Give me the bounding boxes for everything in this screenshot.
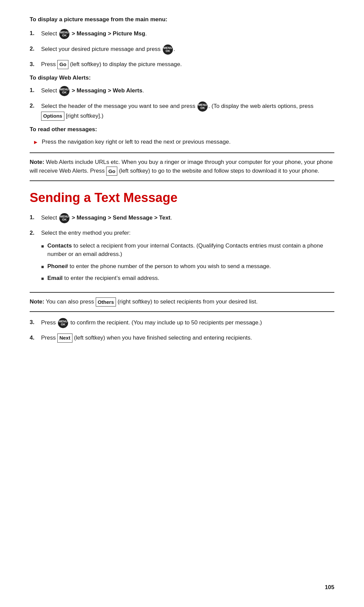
bullet-content: Press the navigation key right or left t… [42,138,334,146]
triangle-bullet-icon: ► [33,138,38,146]
page-number: 105 [325,584,334,591]
web-alerts-steps-list: 1. Select MENUOK > Messaging > Web Alert… [30,86,334,121]
step-content: Press Next (left softkey) when you have … [41,334,334,343]
display-picture-intro: To display a picture message from the ma… [30,16,334,23]
others-key: Others [96,297,116,307]
picture-step-2: 2. Select your desired picture message a… [30,45,334,55]
send-text-steps-cont-list: 3. Press MENUOK to confirm the recipient… [30,318,334,343]
step-content: Select MENUOK > Messaging > Send Message… [41,213,334,223]
step-number: 2. [30,229,38,237]
step-content: Press Go (left softkey) to display the p… [41,60,334,69]
step-content: Select MENUOK > Messaging > Web Alerts. [41,86,334,96]
menu-ok-icon: MENUOK [163,45,173,55]
note-box-2: Note: You can also press Others (right s… [30,292,334,312]
read-other-bullets: ► Press the navigation key right or left… [33,138,334,146]
bullet-content: Contacts to select a recipient from your… [47,241,334,259]
section-title-sending-text: Sending a Text Message [30,191,334,205]
picture-steps-list: 1. Select MENUOK > Messaging > Picture M… [30,29,334,69]
note-label: Note: [30,159,44,165]
send-text-step-1: 1. Select MENUOK > Messaging > Send Mess… [30,213,334,223]
menu-ok-icon: MENUOK [198,102,208,112]
web-alerts-step-2: 2. Select the header of the message you … [30,102,334,121]
step-content: Select the entry method you prefer: ■ Co… [41,229,334,286]
step-number: 2. [30,45,38,53]
entry-method-contacts: ■ Contacts to select a recipient from yo… [41,241,334,259]
web-alerts-step-1: 1. Select MENUOK > Messaging > Web Alert… [30,86,334,96]
note-box-1: Note: Web Alerts include URLs etc. When … [30,152,334,181]
step-content: Select the header of the message you wan… [41,102,334,121]
read-other-subhead: To read other messages: [30,126,334,133]
square-bullet-icon: ■ [41,275,44,282]
note-content: You can also press Others (right softkey… [46,298,258,305]
square-bullet-icon: ■ [41,243,44,250]
step-number: 3. [30,318,38,327]
options-key: Options [41,112,64,121]
menu-ok-icon: MENUOK [59,29,69,39]
step-number: 1. [30,29,38,38]
send-text-step-2: 2. Select the entry method you prefer: ■… [30,229,334,286]
entry-method-bullets: ■ Contacts to select a recipient from yo… [41,241,334,283]
send-text-step-3: 3. Press MENUOK to confirm the recipient… [30,318,334,328]
entry-method-email: ■ Email to enter the recipient’s email a… [41,274,334,283]
step-content: Select your desired picture message and … [41,45,334,55]
web-alerts-subhead: To display Web Alerts: [30,75,334,81]
step-number: 1. [30,86,38,95]
bullet-content: Phone# to enter the phone number of the … [47,262,334,271]
menu-ok-icon: MENUOK [59,86,69,96]
menu-ok-icon: MENUOK [59,213,69,223]
entry-method-phone: ■ Phone# to enter the phone number of th… [41,262,334,271]
go-key: Go [106,167,117,176]
square-bullet-icon: ■ [41,263,44,270]
step-number: 4. [30,334,38,342]
step-content: Press MENUOK to confirm the recipient. (… [41,318,334,328]
go-key: Go [57,60,68,69]
step-content: Select MENUOK > Messaging > Picture Msg. [41,29,334,39]
bullet-content: Email to enter the recipient’s email add… [47,274,334,283]
next-key: Next [57,334,72,343]
step-number: 2. [30,102,38,110]
step-number: 3. [30,60,38,69]
picture-step-1: 1. Select MENUOK > Messaging > Picture M… [30,29,334,39]
note-content: Web Alerts include URLs etc. When you bu… [30,159,333,174]
send-text-step-4: 4. Press Next (left softkey) when you ha… [30,334,334,343]
note-label: Note: [30,298,44,305]
step-number: 1. [30,213,38,222]
menu-ok-icon: MENUOK [58,318,68,328]
read-other-bullet-1: ► Press the navigation key right or left… [33,138,334,146]
send-text-steps-list: 1. Select MENUOK > Messaging > Send Mess… [30,213,334,286]
picture-step-3: 3. Press Go (left softkey) to display th… [30,60,334,69]
